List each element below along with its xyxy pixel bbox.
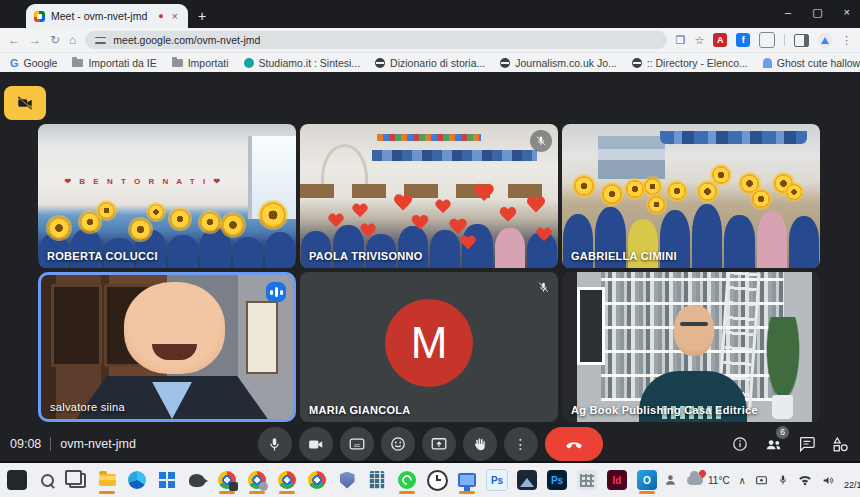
bookmark-ghost[interactable]: Ghost cute hallowe... <box>763 57 860 69</box>
pip-icon[interactable]: ❐ <box>676 34 686 47</box>
chrome-icon <box>308 471 326 489</box>
bookmark-label: Google <box>24 57 58 69</box>
file-explorer-button[interactable] <box>94 466 120 494</box>
antivirus-button[interactable] <box>334 466 360 494</box>
participant-tile-gabriella-cimini[interactable]: GABRIELLA CIMINI <box>562 124 820 268</box>
remote-desktop-button[interactable] <box>454 466 480 494</box>
chrome-profile2-button[interactable] <box>244 466 270 494</box>
address-bar[interactable]: meet.google.com/ovm-nvet-jmd <box>85 31 666 49</box>
whatsapp-button[interactable] <box>394 466 420 494</box>
start-button[interactable] <box>154 466 180 494</box>
participant-tile-salvatore-siina[interactable]: salvatore siina <box>38 272 296 422</box>
url-text[interactable]: meet.google.com/ovm-nvet-jmd <box>113 34 260 46</box>
participant-tile-maria-giancola[interactable]: M MARIA GIANCOLA <box>300 272 558 422</box>
bird-app-button[interactable] <box>184 466 210 494</box>
photoshop-button[interactable]: Ps <box>544 466 570 494</box>
participant-tile-roberta-colucci[interactable]: ❤ B E N T O R N A T I ❤ ROBERTA COLUCCI <box>38 124 296 268</box>
more-options-button[interactable]: ⋮ <box>504 427 538 461</box>
ps-icon: Ps <box>547 470 567 490</box>
facebook-extension-icon[interactable]: f <box>736 33 750 47</box>
tab-close-icon[interactable]: × <box>170 10 180 22</box>
classroom-shelf <box>598 136 665 179</box>
home-button[interactable]: ⌂ <box>69 33 76 47</box>
photo-app-icon <box>517 470 537 490</box>
bookmark-journalism[interactable]: Journalism.co.uk Jo... <box>500 57 617 69</box>
extensions-icon[interactable] <box>759 32 775 48</box>
whatsapp-icon <box>398 471 416 489</box>
folder-icon <box>172 59 183 67</box>
edge-browser-button[interactable] <box>124 466 150 494</box>
clock-app-button[interactable] <box>424 466 450 494</box>
bookmark-label: :: Directory - Elenco... <box>647 57 748 69</box>
reactions-button[interactable] <box>381 427 415 461</box>
tray-expand-button[interactable]: ∧ <box>739 475 746 486</box>
calculator-button[interactable] <box>364 466 390 494</box>
people-tray-icon[interactable] <box>664 473 678 487</box>
chrome-icon <box>248 471 266 489</box>
browser-tab[interactable]: Meet - ovm-nvet-jmd ● × <box>26 4 188 28</box>
raise-hand-button[interactable] <box>463 427 497 461</box>
bookmark-importati[interactable]: Importati <box>172 57 229 69</box>
end-call-button[interactable] <box>545 427 603 461</box>
outlook-button[interactable]: O <box>634 466 660 494</box>
weather-widget[interactable]: 11°C <box>687 475 730 486</box>
meeting-clock: 09:08 <box>10 437 41 451</box>
microphone-button[interactable] <box>258 427 292 461</box>
profile-avatar[interactable] <box>818 33 832 48</box>
meeting-details-button[interactable] <box>731 435 749 453</box>
mic-muted-icon <box>532 276 554 298</box>
bookmark-dizionario[interactable]: Dizionario di storia... <box>375 57 485 69</box>
camera-off-warning-badge[interactable] <box>4 86 46 120</box>
browser-menu-icon[interactable]: ⋮ <box>841 34 852 47</box>
bookmark-importati-da-ie[interactable]: Importati da IE <box>72 57 156 69</box>
plant-pot <box>772 395 793 419</box>
globe-favicon-icon <box>375 58 385 68</box>
photoshop-light-button[interactable]: Ps <box>484 466 510 494</box>
task-view-button[interactable] <box>64 466 90 494</box>
participant-name-label: GABRIELLA CIMINI <box>571 250 677 262</box>
cast-screen-icon[interactable] <box>755 474 768 487</box>
window-close-button[interactable]: × <box>844 6 850 19</box>
volume-icon[interactable] <box>821 474 835 487</box>
bookmark-star-icon[interactable]: ☆ <box>694 34 704 47</box>
participants-button[interactable]: 6 <box>764 435 783 454</box>
back-button[interactable]: ← <box>8 33 20 47</box>
window-maximize-button[interactable]: ▢ <box>812 6 822 19</box>
window-minimize-button[interactable]: – <box>785 6 791 19</box>
reload-button[interactable]: ↻ <box>50 33 60 47</box>
bookmark-studiamo[interactable]: Studiamo.it : Sintesi... <box>244 57 361 69</box>
participant-name-label: ROBERTA COLUCCI <box>47 250 158 262</box>
side-panel-icon[interactable] <box>794 34 808 47</box>
bookmark-google[interactable]: G Google <box>10 57 57 69</box>
toolbar-divider <box>784 34 785 46</box>
adobe-extension-icon[interactable]: A <box>713 33 727 47</box>
new-tab-button[interactable]: + <box>198 8 206 28</box>
tray-clock[interactable]: 09:08 22/11/2023 <box>844 469 860 492</box>
microphone-tray-icon[interactable] <box>777 474 789 486</box>
calendar-app-button[interactable] <box>574 466 600 494</box>
indesign-button[interactable]: Id <box>604 466 630 494</box>
photo-app-button[interactable] <box>514 466 540 494</box>
participant-tile-paola-trivisonno[interactable]: PAOLA TRIVISONNO <box>300 124 558 268</box>
site-settings-icon[interactable] <box>95 36 106 45</box>
classroom-wall-letters <box>377 134 480 141</box>
classroom-garland <box>660 131 807 144</box>
camera-button[interactable] <box>299 427 333 461</box>
smiley-icon <box>389 435 407 453</box>
search-button[interactable] <box>34 466 60 494</box>
taskbar-dark-app[interactable] <box>4 466 30 494</box>
wifi-icon[interactable] <box>798 474 812 486</box>
ps-icon: Ps <box>486 469 508 491</box>
chrome-profile1-button[interactable] <box>214 466 240 494</box>
chrome-profile4-button[interactable] <box>304 466 330 494</box>
present-screen-button[interactable] <box>422 427 456 461</box>
activities-button[interactable] <box>831 435 850 454</box>
video-grid: ❤ B E N T O R N A T I ❤ ROBERTA COLUCCI <box>38 124 820 422</box>
bookmark-directory[interactable]: :: Directory - Elenco... <box>632 57 748 69</box>
captions-button[interactable]: cc <box>340 427 374 461</box>
forward-button[interactable]: → <box>29 33 41 47</box>
mic-icon <box>266 436 283 453</box>
chrome-profile3-button[interactable] <box>274 466 300 494</box>
participant-tile-ag-book-publishing[interactable]: Ag Book Publishing Casa Editrice <box>562 272 820 422</box>
chat-button[interactable] <box>798 435 816 453</box>
